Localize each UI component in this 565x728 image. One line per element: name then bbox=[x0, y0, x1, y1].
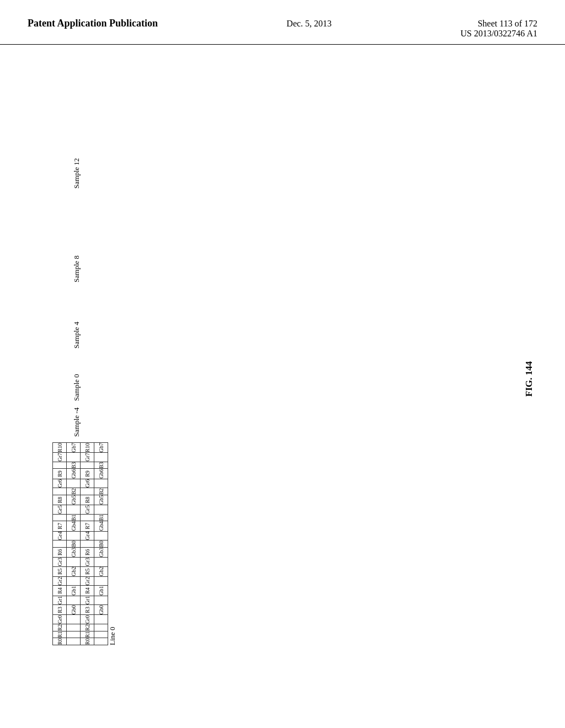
page-header: Patent Application Publication Dec. 5, 2… bbox=[0, 0, 565, 45]
sample-label-12: Sample 12 bbox=[72, 158, 81, 189]
grid-cell-2-5: Gr1 bbox=[81, 596, 94, 605]
line0-label: Line 0 bbox=[108, 442, 117, 645]
sample-label-0: Sample 0 bbox=[72, 374, 81, 401]
grid-cell-2-2: R2 bbox=[81, 624, 94, 631]
grid-cell-1-10: Gb3 bbox=[67, 547, 81, 557]
grid-cell-2-22: R10 bbox=[81, 442, 94, 452]
grid-cell-2-6: R4 bbox=[81, 586, 94, 596]
grid-cell: R0R1R2Gr0R3Gr1R4Gr2R5Gr3R6Gr4R7Gr5R8Gr6R… bbox=[52, 442, 108, 645]
grid-cell-0-4: R3 bbox=[53, 605, 67, 615]
grid-cell-2-19: R9 bbox=[81, 469, 94, 479]
grid-cell-2-7: Gr2 bbox=[81, 576, 94, 586]
grid-cell-2-10: R6 bbox=[81, 547, 94, 557]
grid-cell-0-22: R10 bbox=[53, 442, 67, 452]
main-content: FIG. 144 R0R1R2Gr0R3Gr1R4Gr2R5Gr3R6Gr4R7… bbox=[0, 61, 565, 728]
grid-cell-1-21 bbox=[67, 453, 81, 462]
grid-cell-3-7 bbox=[94, 576, 108, 586]
grid-cell-0-0: R0 bbox=[53, 638, 67, 645]
grid-cell-3-17: B2 bbox=[94, 488, 108, 495]
grid-cell-2-0: R0 bbox=[81, 638, 94, 645]
grid-cell-1-19: Gb6 bbox=[67, 469, 81, 479]
grid-cell-2-20 bbox=[81, 462, 94, 469]
sheet-number: Sheet 113 of 172 bbox=[460, 19, 537, 29]
grid-cell-2-18: Gr6 bbox=[81, 479, 94, 488]
grid-cell-0-9: Gr3 bbox=[53, 558, 67, 567]
grid-cell-0-14 bbox=[53, 514, 67, 521]
grid-cell-3-18 bbox=[94, 479, 108, 488]
grid-cell-2-13: R7 bbox=[81, 521, 94, 531]
grid-cell-0-3: Gr0 bbox=[53, 615, 67, 624]
grid-cell-1-14: B1 bbox=[67, 514, 81, 521]
grid-cell-0-7: Gr2 bbox=[53, 576, 67, 586]
annotation-table: R0R1R2Gr0R3Gr1R4Gr2R5Gr3R6Gr4R7Gr5R8Gr6R… bbox=[52, 111, 117, 645]
grid-cell-0-10: R6 bbox=[53, 547, 67, 557]
grid-cell-1-8: Gb2 bbox=[67, 566, 81, 576]
grid-cell-3-21 bbox=[94, 453, 108, 462]
grid-cell-3-15 bbox=[94, 505, 108, 515]
grid-cell-3-5 bbox=[94, 596, 108, 605]
grid-cell-0-1: R1 bbox=[53, 631, 67, 638]
grid-cell-1-15 bbox=[67, 505, 81, 515]
grid-cell-2-3: Gr0 bbox=[81, 615, 94, 624]
grid-cell-1-18 bbox=[67, 479, 81, 488]
grid-cell-1-6: Gb1 bbox=[67, 586, 81, 596]
grid-cell-1-13: Gb4 bbox=[67, 521, 81, 531]
grid-cell-3-20: B3 bbox=[94, 462, 108, 469]
sample-label-4: Sample 4 bbox=[72, 322, 81, 349]
grid-cell-1-7 bbox=[67, 576, 81, 586]
grid-cell-1-9 bbox=[67, 558, 81, 567]
grid-cell-0-17 bbox=[53, 488, 67, 495]
grid-cell-3-6: Gb1 bbox=[94, 586, 108, 596]
grid-cell-2-8: R5 bbox=[81, 566, 94, 576]
grid-cell-1-5 bbox=[67, 596, 81, 605]
grid-cell-0-19: R9 bbox=[53, 469, 67, 479]
grid-cell-1-16: Gb5 bbox=[67, 495, 81, 505]
grid-cell-3-14: B1 bbox=[94, 514, 108, 521]
grid-cell-0-6: R4 bbox=[53, 586, 67, 596]
grid-cell-3-8: Gb2 bbox=[94, 566, 108, 576]
grid-cell-2-9: Gr3 bbox=[81, 558, 94, 567]
grid-cell-3-19: Gb6 bbox=[94, 469, 108, 479]
grid-cell-0-12: Gr4 bbox=[53, 531, 67, 540]
grid-cell-2-17 bbox=[81, 488, 94, 495]
grid-cell-3-0 bbox=[94, 638, 108, 645]
publication-date: Dec. 5, 2013 bbox=[286, 17, 332, 29]
publication-title: Patent Application Publication bbox=[28, 17, 158, 30]
grid-cell-2-14 bbox=[81, 514, 94, 521]
grid-cell-2-16: R8 bbox=[81, 495, 94, 505]
grid-cell-3-11: B0 bbox=[94, 540, 108, 548]
grid-cell-2-15: Gr5 bbox=[81, 505, 94, 515]
grid-cell-3-10: Gb3 bbox=[94, 547, 108, 557]
grid-cell-1-17: B2 bbox=[67, 488, 81, 495]
grid-cell-1-1 bbox=[67, 631, 81, 638]
grid-cell-0-18: Gr6 bbox=[53, 479, 67, 488]
grid-cell-3-22: Gb7 bbox=[94, 442, 108, 452]
grid-cell-3-4: Gb0 bbox=[94, 605, 108, 615]
grid-cell-0-15: Gr5 bbox=[53, 505, 67, 515]
sample-labels-column: Sample -4 Sample 0 Sample 4 Sample 8 Sam… bbox=[52, 111, 108, 442]
grid-cell-0-13: R7 bbox=[53, 521, 67, 531]
grid-cell-1-4: Gb0 bbox=[67, 605, 81, 615]
grid-cell-3-16: Gb5 bbox=[94, 495, 108, 505]
grid-cell-2-12: Gr4 bbox=[81, 531, 94, 540]
grid-cell-0-16: R8 bbox=[53, 495, 67, 505]
data-grid: R0R1R2Gr0R3Gr1R4Gr2R5Gr3R6Gr4R7Gr5R8Gr6R… bbox=[52, 442, 108, 645]
grid-cell-1-11: B0 bbox=[67, 540, 81, 548]
grid-cell-0-8: R5 bbox=[53, 566, 67, 576]
sample-label-minus4: Sample -4 bbox=[72, 408, 81, 437]
grid-cell-1-20: B3 bbox=[67, 462, 81, 469]
grid-cell-2-1: R1 bbox=[81, 631, 94, 638]
grid-cell-3-2 bbox=[94, 624, 108, 631]
grid-cell-1-12 bbox=[67, 531, 81, 540]
grid-cell-2-4: R3 bbox=[81, 605, 94, 615]
figure-label: FIG. 144 bbox=[524, 361, 535, 397]
grid-cell-1-22: Gb7 bbox=[67, 442, 81, 452]
grid-cell-2-21: Gr7 bbox=[81, 453, 94, 462]
grid-cell-1-3 bbox=[67, 615, 81, 624]
grid-cell-0-21: Gr7 bbox=[53, 453, 67, 462]
grid-cell-1-0 bbox=[67, 638, 81, 645]
grid-cell-3-9 bbox=[94, 558, 108, 567]
grid-cell-0-2: R2 bbox=[53, 624, 67, 631]
grid-cell-0-11 bbox=[53, 540, 67, 548]
grid-cell-3-12 bbox=[94, 531, 108, 540]
